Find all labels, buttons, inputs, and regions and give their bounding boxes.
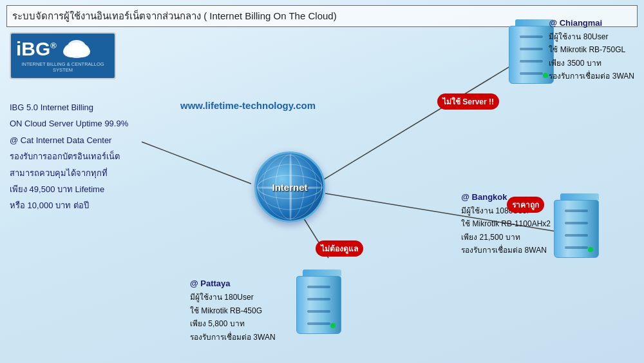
server-tower-bangkok — [554, 200, 599, 258]
server-status-dot — [543, 73, 548, 78]
logo-box: iBG® INTERNET BILLING & CENTRALLOG SYSTE… — [10, 32, 116, 79]
chiangmai-line2: ใช้ Mikrotik RB-750GL — [549, 43, 634, 56]
chiangmai-line4: รองรับการเชื่อมต่อ 3WAN — [549, 70, 634, 83]
server-status-dot — [330, 323, 336, 328]
server-line — [565, 222, 588, 224]
website-url: www.lifetime-technology.com — [180, 100, 316, 111]
pattaya-line1: มีผู้ใช้งาน 180User — [190, 291, 276, 304]
server-line — [520, 60, 543, 63]
bangkok-line2: ใช้ Mikrotik RB-1100AHx2 — [461, 217, 551, 230]
server-line — [307, 310, 330, 313]
left-info-panel: IBG 5.0 Internet Billing ON Cloud Server… — [10, 100, 151, 215]
badge-no-server: ไม่ใช้ Server !! — [437, 93, 499, 110]
server-line — [565, 210, 588, 212]
info-line3: @ Cat Internet Data Center — [10, 133, 151, 148]
server-tower-pattaya — [296, 276, 341, 334]
pattaya-title: @ Pattaya — [190, 277, 276, 291]
info-line7: หรือ 10,000 บาท ต่อปี — [10, 198, 151, 213]
server-line — [520, 72, 543, 75]
chiangmai-line3: เพียง 3500 บาท — [549, 57, 634, 70]
info-line6: เพียง 49,500 บาท Lifetime — [10, 182, 151, 197]
server-top-pattaya — [303, 270, 341, 276]
info-line4: รองรับการออกบัตรอินเทอร์เน็ต — [10, 149, 151, 164]
info-box-chiangmai: @ Chiangmai มีผู้ใช้งาน 80User ใช้ Mikro… — [549, 16, 634, 83]
server-status-dot — [588, 247, 593, 252]
info-line2: ON Cloud Server Uptime 99.9% — [10, 116, 151, 131]
badge-no-duo-container: ไม่ต้องดูแล — [316, 240, 363, 257]
server-tower-chiangmai — [509, 26, 554, 84]
internet-globe: Internet — [254, 152, 325, 222]
bangkok-line3: เพียง 21,500 บาท — [461, 231, 551, 244]
svg-line-0 — [322, 52, 535, 181]
server-line — [565, 234, 588, 237]
bangkok-line4: รองรับการเชื่อมต่อ 8WAN — [461, 244, 551, 257]
globe-label: Internet — [272, 182, 307, 193]
svg-point-7 — [68, 40, 86, 53]
info-line5: สามารถควบคุมได้จากทุกที่ — [10, 166, 151, 181]
pattaya-line4: รองรับการเชื่อมต่อ 3WAN — [190, 331, 276, 344]
chiangmai-title: @ Chiangmai — [549, 16, 634, 30]
server-line — [307, 286, 330, 288]
server-line — [520, 35, 543, 38]
logo-subtitle: INTERNET BILLING & CENTRALLOG SYSTEM — [16, 61, 109, 73]
cloud-icon — [61, 37, 93, 60]
header-title: ระบบจัดการผู้ใช้งานอินเทอร์เน็ตจากส่วนกล… — [12, 10, 337, 21]
logo-brand: iBG® — [16, 38, 57, 60]
badge-no-duo: ไม่ต้องดูแล — [316, 240, 363, 257]
server-bangkok — [554, 193, 605, 255]
info-line1: IBG 5.0 Internet Billing — [10, 100, 151, 115]
server-line — [565, 246, 588, 249]
server-line — [307, 298, 330, 300]
badge-cheap-price: ราคาถูก — [507, 197, 544, 213]
server-pattaya — [296, 270, 348, 331]
pattaya-line2: ใช้ Mikrotik RB-450G — [190, 304, 276, 317]
svg-line-3 — [142, 142, 251, 184]
chiangmai-line1: มีผู้ใช้งาน 80User — [549, 30, 634, 43]
internet-globe-container: Internet — [251, 148, 328, 226]
server-top-bangkok — [560, 193, 599, 200]
pattaya-line3: เพียง 5,800 บาท — [190, 317, 276, 330]
server-top-chiangmai — [515, 19, 554, 26]
badge-no-server-container: ไม่ใช้ Server !! — [437, 93, 499, 110]
server-line — [520, 48, 543, 50]
info-box-pattaya: @ Pattaya มีผู้ใช้งาน 180User ใช้ Mikrot… — [190, 277, 276, 344]
server-line — [307, 322, 330, 325]
badge-cheap-price-container: ราคาถูก — [507, 197, 544, 213]
